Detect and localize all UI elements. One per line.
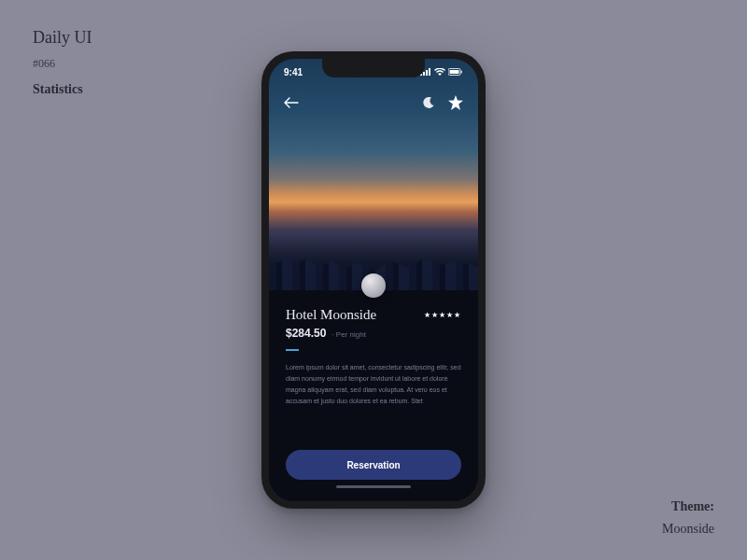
accent-divider bbox=[286, 349, 299, 351]
price-value: $284.50 bbox=[286, 327, 326, 340]
navbar bbox=[269, 89, 478, 117]
hotel-description: Lorem ipsum dolor sit amet, consectetur … bbox=[286, 362, 461, 441]
back-arrow-icon[interactable] bbox=[284, 97, 299, 108]
svg-rect-1 bbox=[450, 70, 459, 74]
rating-stars: ★★★★★ bbox=[424, 311, 461, 319]
status-indicators bbox=[420, 68, 463, 76]
content-panel: Hotel Moonside ★★★★★ $284.50 · Per night… bbox=[269, 290, 478, 501]
price-unit: · Per night bbox=[331, 330, 365, 339]
battery-icon bbox=[448, 68, 463, 76]
moon-icon[interactable] bbox=[422, 96, 435, 109]
challenge-number: #066 bbox=[33, 57, 92, 71]
floating-sphere[interactable] bbox=[361, 273, 386, 298]
hotel-name: Hotel Moonside bbox=[286, 307, 376, 323]
status-time: 9:41 bbox=[284, 67, 303, 77]
star-icon[interactable] bbox=[448, 95, 463, 110]
page-label-block: Daily UI #066 Statistics bbox=[33, 28, 92, 97]
svg-rect-2 bbox=[461, 71, 462, 74]
wifi-icon bbox=[434, 68, 445, 76]
theme-value: Moonside bbox=[662, 522, 714, 537]
phone-screen: 9:41 bbox=[269, 59, 478, 501]
phone-notch bbox=[322, 59, 425, 77]
home-indicator[interactable] bbox=[336, 485, 411, 488]
reservation-button[interactable]: Reservation bbox=[286, 450, 461, 480]
series-label: Daily UI bbox=[33, 28, 92, 48]
title-row: Hotel Moonside ★★★★★ bbox=[286, 307, 461, 323]
theme-label: Theme: bbox=[662, 499, 714, 514]
price-row: $284.50 · Per night bbox=[286, 327, 461, 340]
phone-frame: 9:41 bbox=[261, 51, 486, 509]
challenge-name: Statistics bbox=[33, 82, 92, 97]
theme-block: Theme: Moonside bbox=[662, 499, 714, 537]
